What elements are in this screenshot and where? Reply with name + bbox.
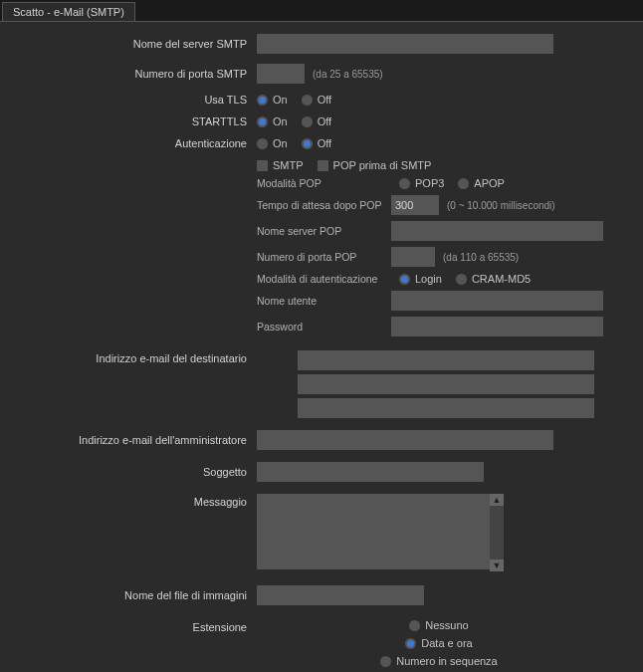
label-smtp-server: Nome del server SMTP xyxy=(8,38,257,50)
hint-pop-port: (da 110 a 65535) xyxy=(443,252,519,263)
radio-tls-off[interactable]: Off xyxy=(302,94,331,106)
label-pop-server: Nome server POP xyxy=(257,225,391,237)
label-ext: Estensione xyxy=(8,619,257,633)
tab-smtp[interactable]: Scatto - e-Mail (SMTP) xyxy=(2,2,135,21)
radio-ext-datetime[interactable]: Data e ora xyxy=(405,637,472,649)
imagefile-input[interactable] xyxy=(257,585,424,605)
radio-crammd5[interactable]: CRAM-MD5 xyxy=(456,273,531,285)
label-username: Nome utente xyxy=(257,295,391,307)
subject-input[interactable] xyxy=(257,462,484,482)
recipient-input-3[interactable] xyxy=(298,398,594,418)
hint-pop-wait: (0 ~ 10.000 millisecondi) xyxy=(447,200,555,211)
scroll-down-icon[interactable]: ▼ xyxy=(490,560,504,571)
username-input[interactable] xyxy=(391,291,603,311)
checkbox-pop-before-smtp[interactable]: POP prima di SMTP xyxy=(318,159,432,171)
pop-wait-input[interactable] xyxy=(391,195,439,215)
label-imagefile: Nome del file di immagini xyxy=(8,589,257,601)
radio-starttls-on[interactable]: On xyxy=(257,115,288,127)
radio-login[interactable]: Login xyxy=(399,273,442,285)
label-pop-mode: Modalità POP xyxy=(257,177,391,189)
tab-bar: Scatto - e-Mail (SMTP) xyxy=(0,0,643,22)
smtp-port-input[interactable] xyxy=(257,64,305,84)
hint-smtp-port: (da 25 a 65535) xyxy=(313,69,383,80)
recipient-input-1[interactable] xyxy=(298,350,594,370)
radio-ext-seq[interactable]: Numero in sequenza xyxy=(380,655,498,667)
label-auth-mode: Modalità di autenticazione xyxy=(257,273,391,285)
radio-auth-on[interactable]: On xyxy=(257,137,288,149)
label-password: Password xyxy=(257,321,391,333)
label-auth: Autenticazione xyxy=(8,137,257,149)
recipient-input-2[interactable] xyxy=(298,374,594,394)
password-input[interactable] xyxy=(391,317,603,336)
checkbox-smtp[interactable]: SMTP xyxy=(257,159,304,171)
label-subject: Soggetto xyxy=(8,466,257,478)
admin-email-input[interactable] xyxy=(257,430,553,450)
pop-server-input[interactable] xyxy=(391,221,603,241)
scroll-up-icon[interactable]: ▲ xyxy=(490,494,504,506)
radio-pop3[interactable]: POP3 xyxy=(399,177,444,189)
radio-apop[interactable]: APOP xyxy=(458,177,505,189)
radio-ext-none[interactable]: Nessuno xyxy=(409,619,468,631)
label-smtp-port: Numero di porta SMTP xyxy=(8,68,257,80)
label-admin: Indirizzo e-mail dell'amministratore xyxy=(8,434,257,446)
radio-starttls-off[interactable]: Off xyxy=(302,115,331,127)
label-pop-wait: Tempo di attesa dopo POP xyxy=(257,199,391,211)
label-message: Messaggio xyxy=(8,494,257,508)
radio-tls-on[interactable]: On xyxy=(257,94,288,106)
pop-port-input[interactable] xyxy=(391,247,435,267)
label-starttls: STARTTLS xyxy=(8,115,257,127)
label-use-tls: Usa TLS xyxy=(8,94,257,106)
form-area: Nome del server SMTP Numero di porta SMT… xyxy=(0,22,643,672)
label-recipient: Indirizzo e-mail del destinatario xyxy=(8,350,257,364)
smtp-server-input[interactable] xyxy=(257,34,553,54)
textarea-scrollbar[interactable]: ▲ ▼ xyxy=(490,494,504,571)
label-pop-port: Numero di porta POP xyxy=(257,251,391,263)
message-textarea[interactable] xyxy=(257,494,504,569)
radio-auth-off[interactable]: Off xyxy=(302,137,331,149)
